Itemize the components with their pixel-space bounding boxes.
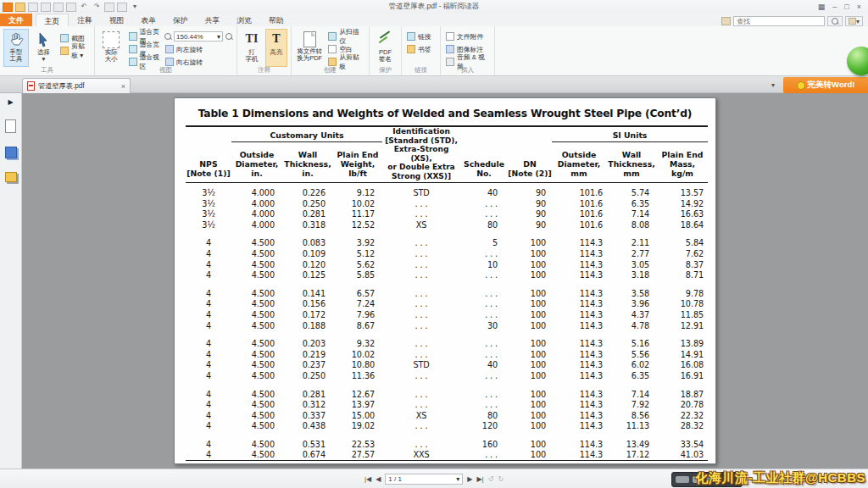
table-cell: 16.08 (657, 360, 708, 371)
undo-icon[interactable]: ↶ (79, 3, 89, 12)
layout-grid-icon[interactable]: ▦ (818, 1, 826, 13)
clipboard-button[interactable]: 剪贴板 ▾ (58, 45, 91, 57)
table-cell: 100 (508, 389, 552, 400)
tab-close-icon[interactable]: × (121, 82, 125, 91)
convert-to-word-button[interactable]: 完美转Word! (783, 77, 868, 93)
table-cell: 4.500 (231, 339, 282, 350)
menu-tab-comment[interactable]: 注释 (69, 14, 101, 26)
document-tab[interactable]: 管道壁厚表.pdf × (22, 78, 131, 93)
typewriter-button[interactable]: TI 打 字机 (241, 29, 263, 67)
table-cell: 4.000 (231, 188, 282, 199)
rotate-right-icon (165, 58, 174, 66)
paste-icon[interactable] (66, 3, 76, 12)
table-cell: 4 (186, 421, 231, 432)
previous-view-icon[interactable]: ↺ (488, 475, 494, 483)
search-input[interactable] (733, 16, 825, 26)
table-cell: 4.500 (231, 310, 282, 321)
minimize-icon[interactable]: – (832, 1, 837, 13)
pdf-file-icon (27, 81, 35, 91)
search-button[interactable] (827, 16, 843, 26)
table-cell: 114.3 (552, 410, 606, 421)
menu-tab-protect[interactable]: 保护 (164, 14, 197, 26)
previous-page-icon[interactable]: ◀ (376, 475, 381, 483)
table-cell: 3.58 (606, 288, 657, 299)
menu-tab-view[interactable]: 视图 (101, 14, 133, 26)
menu-tab-home[interactable]: 主页 (36, 14, 70, 26)
print-icon[interactable] (41, 3, 51, 12)
table-cell: 18.87 (657, 389, 708, 400)
zoom-in-icon[interactable] (225, 32, 233, 41)
table-row: 44.5000.28112.67. . .. . .100114.37.1418… (186, 389, 708, 400)
snapshot-icon[interactable] (117, 3, 127, 12)
bookmarks-panel-icon[interactable] (5, 147, 17, 158)
page-number-input[interactable]: 1 / 1 ▾ (385, 474, 463, 485)
table-row: 44.5000.1205.62. . .10100114.33.058.37 (186, 259, 708, 270)
file-attachment-button[interactable]: 文件附件 (444, 30, 491, 42)
comments-panel-icon[interactable] (5, 172, 17, 182)
customize-qat-dropdown-icon[interactable]: ▾ (130, 3, 140, 12)
rotate-left-icon (165, 45, 174, 53)
menu-tab-share[interactable]: 共享 (197, 14, 229, 26)
tab-list-dropdown-icon[interactable]: ▾ (771, 81, 775, 89)
table-cell: 13.97 (333, 400, 382, 411)
table-cell: 100 (508, 440, 552, 451)
table-cell: 3.05 (606, 259, 657, 270)
save-icon[interactable] (28, 3, 38, 12)
table-cell: 4 (186, 400, 231, 411)
zoom-dropdown-icon: ▾ (217, 33, 220, 41)
highlight-button[interactable]: T 高亮 (265, 29, 287, 67)
convert-to-pdf-button[interactable]: 将文件转 换为PDF (295, 29, 324, 67)
table-cell: 0.141 (282, 288, 333, 299)
highlight-icon: T (268, 31, 285, 48)
typewriter-icon: TI (243, 31, 260, 48)
first-page-icon[interactable]: |◀ (364, 475, 371, 483)
page-thumbnails-icon[interactable] (5, 119, 16, 133)
next-view-icon[interactable]: ↻ (498, 475, 504, 483)
link-button[interactable]: 链接 (405, 30, 433, 42)
table-cell: 4.500 (231, 299, 282, 310)
restore-icon[interactable]: □ (844, 1, 849, 13)
tool-icon[interactable] (104, 3, 114, 12)
pdf-sign-button[interactable]: PDF 签名 (373, 29, 398, 67)
table-cell: 4.500 (231, 440, 282, 451)
table-cell: 0.531 (282, 440, 333, 451)
table-cell: 7.14 (606, 209, 657, 220)
zoom-level-select[interactable]: 150.44% ▾ (174, 31, 223, 42)
col-nps: NPS [Note (1)] (186, 141, 231, 182)
table-cell: 114.3 (552, 339, 606, 350)
menu-tab-file[interactable]: 文件 (0, 14, 32, 26)
table-row: 3½4.0000.2269.12STD4090101.65.7413.57 (186, 188, 708, 199)
highlight-label: 高亮 (270, 49, 283, 56)
actual-size-button[interactable]: 实际 大小 (98, 29, 125, 67)
table-cell: . . . (382, 249, 460, 260)
from-scanner-button[interactable]: 从扫描仪 (326, 30, 365, 42)
hand-tool-button[interactable]: 手型 工具 (3, 29, 29, 67)
table-cell: . . . (382, 299, 460, 310)
menu-tab-browse[interactable]: 浏览 (228, 14, 260, 26)
search-scope-icon[interactable] (721, 17, 731, 25)
panel-expand-icon[interactable]: ▶ (8, 98, 13, 106)
fit-visible-icon (129, 58, 137, 66)
table-cell: 40 (460, 188, 508, 199)
next-page-icon[interactable]: ▶ (467, 475, 472, 483)
zoom-out-icon[interactable] (164, 32, 172, 41)
fit-page-icon (129, 32, 137, 41)
taskbar-button[interactable] (676, 476, 689, 483)
table-cell: 4.500 (231, 249, 282, 260)
table-cell: . . . (382, 209, 460, 220)
select-tool-button[interactable]: 选择 ▾ (31, 29, 57, 67)
redo-icon[interactable]: ↷ (92, 3, 102, 12)
menu-tab-form[interactable]: 表单 (132, 14, 164, 26)
table-cell: . . . (382, 259, 460, 270)
ribbon-group-comment: TI 打 字机 T 高亮 注释 (237, 26, 292, 75)
menu-tab-help[interactable]: 帮助 (260, 14, 292, 26)
open-file-icon[interactable] (15, 3, 25, 12)
search-options-button[interactable]: ▾ (845, 16, 863, 26)
col-weight: Plain End Weight, lb/ft (333, 141, 382, 182)
table-cell: 9.78 (657, 288, 708, 299)
last-page-icon[interactable]: ▶| (476, 475, 483, 483)
email-icon[interactable] (53, 3, 64, 12)
close-icon[interactable]: × (857, 1, 861, 13)
bookmark-button[interactable]: 书签 (405, 43, 433, 55)
rotate-left-button[interactable]: 向左旋转 (164, 43, 233, 55)
